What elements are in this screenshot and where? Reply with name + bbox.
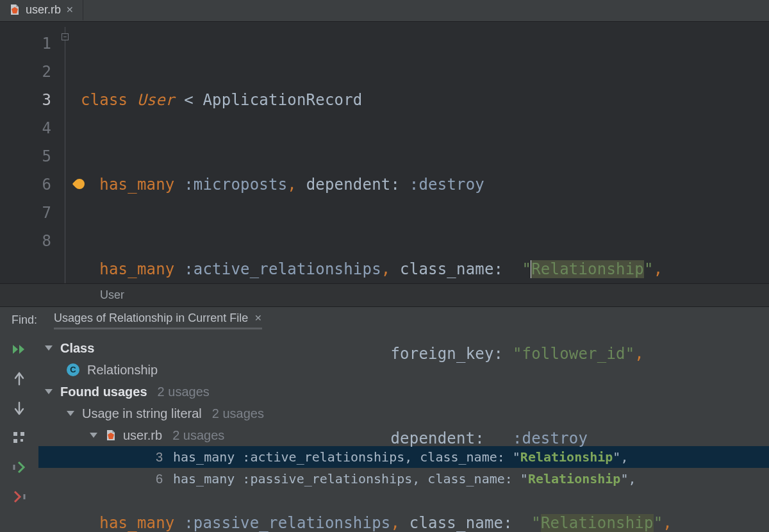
include-action-button[interactable]: [8, 458, 30, 477]
ruby-file-icon: [9, 4, 21, 15]
find-toolbar: [0, 333, 38, 532]
chevron-down-icon: [45, 345, 53, 351]
tree-label: Usage in string literal: [82, 403, 202, 424]
fold-toggle-icon[interactable]: −: [62, 33, 69, 40]
line-number: 8: [0, 227, 51, 255]
line-number: 1: [0, 29, 51, 58]
code-editor[interactable]: − 1 2 3 4 5 6 7 8 class User < Applicati…: [0, 22, 769, 283]
previous-occurrence-button[interactable]: [8, 369, 30, 388]
usage-result-row[interactable]: 6 has_many :passive_relationships, class…: [38, 468, 769, 490]
line-number: 7: [0, 199, 51, 227]
tree-node-found-usages[interactable]: Found usages 2 usages: [38, 381, 769, 403]
close-icon[interactable]: ✕: [66, 4, 74, 15]
exclude-action-button[interactable]: [8, 487, 30, 506]
svg-rect-3: [21, 439, 23, 442]
find-tab[interactable]: Usages of Relationship in Current File ✕: [54, 312, 262, 329]
rerun-button[interactable]: [8, 340, 30, 359]
class-badge-icon: C: [67, 363, 79, 376]
line-number: 6: [0, 170, 51, 199]
code-area[interactable]: class User < ApplicationRecord has_many …: [69, 22, 672, 283]
svg-rect-1: [13, 439, 17, 443]
line-number: 2: [0, 58, 51, 86]
line-number: 3: [0, 86, 51, 114]
line-number: 4: [0, 114, 51, 142]
file-tab-label: user.rb: [26, 3, 61, 17]
next-occurrence-button[interactable]: [8, 399, 30, 418]
tree-label: Found usages: [60, 381, 147, 403]
file-tab-user-rb[interactable]: user.rb ✕: [0, 0, 83, 21]
breadcrumb-item[interactable]: User: [100, 288, 124, 302]
chevron-down-icon: [45, 389, 53, 394]
line-number-gutter: − 1 2 3 4 5 6 7 8: [0, 22, 69, 283]
svg-rect-0: [13, 432, 17, 436]
line-number: 5: [0, 142, 51, 170]
find-label: Find:: [12, 313, 37, 327]
chevron-down-icon: [67, 411, 74, 416]
intention-bulb-icon[interactable]: [72, 177, 87, 192]
editor-tabbar: user.rb ✕: [0, 0, 769, 22]
group-by-button[interactable]: [8, 428, 30, 447]
svg-rect-2: [21, 432, 24, 436]
find-tab-title: Usages of Relationship in Current File: [54, 312, 248, 325]
result-line-number: 6: [149, 468, 163, 490]
close-icon[interactable]: ✕: [254, 313, 262, 323]
tree-node-string-literal[interactable]: Usage in string literal 2 usages: [38, 403, 769, 424]
usage-count: 2 usages: [212, 403, 264, 424]
usage-count: 2 usages: [158, 381, 210, 403]
